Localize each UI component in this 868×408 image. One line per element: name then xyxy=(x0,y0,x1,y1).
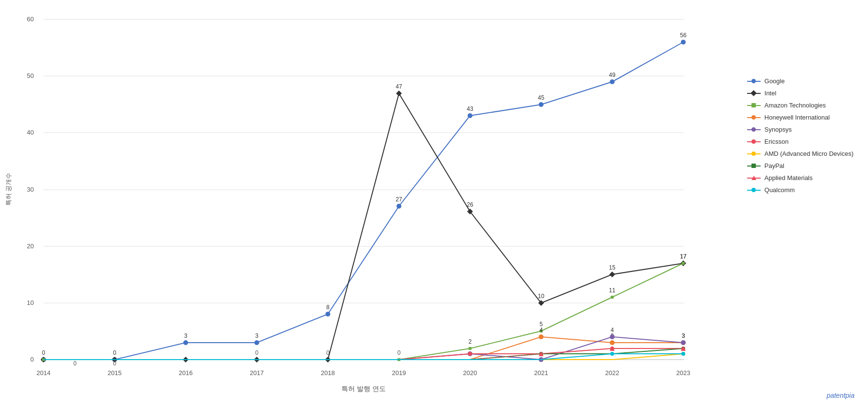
legend-item-intel: Intel xyxy=(747,90,853,97)
legend-label-qualcomm: Qualcomm xyxy=(765,186,795,194)
x-label-2023: 2023 xyxy=(677,369,691,377)
intel-marker-2022 xyxy=(609,272,615,277)
ericsson-marker-2020 xyxy=(468,352,472,356)
legend-label-amd: AMD (Advanced Micro Devices) xyxy=(765,150,853,157)
legend-label-honeywell: Honeywell International xyxy=(765,114,830,121)
google-line xyxy=(44,42,683,360)
intel-val-2019: 47 xyxy=(396,83,402,90)
y-axis-title: 특허 공개수 xyxy=(5,173,12,206)
legend-item-ericsson: Ericsson xyxy=(747,138,853,145)
amazon-marker-2023 xyxy=(682,262,685,265)
intel-0-2019-inner: 0 xyxy=(397,349,401,356)
google-val-2014: 0 xyxy=(42,349,45,356)
google-marker-2022 xyxy=(610,79,615,84)
legend-label-applied-materials: Applied Materials xyxy=(765,174,813,181)
legend-label-amazon: Amazon Technologies xyxy=(765,102,826,109)
google-marker-2018 xyxy=(325,312,330,317)
y-label-10: 10 xyxy=(27,299,34,306)
amazon-val-2022: 11 xyxy=(609,287,616,294)
google-val-2015: 0 xyxy=(113,349,117,356)
qualcomm-marker-2023 xyxy=(681,352,685,356)
honeywell-marker-2022 xyxy=(610,340,615,345)
label-0-2015: 0 xyxy=(113,360,117,367)
google-marker-2016 xyxy=(183,340,188,345)
y-label-60: 60 xyxy=(27,15,34,23)
legend-label-google: Google xyxy=(765,77,785,85)
x-label-2022: 2022 xyxy=(605,369,619,377)
label-0-2014: 0 xyxy=(74,360,77,367)
x-label-2021: 2021 xyxy=(534,369,548,377)
legend-item-synopsys: Synopsys xyxy=(747,126,853,133)
x-label-2016: 2016 xyxy=(179,369,193,377)
google-val-2016: 3 xyxy=(184,332,188,339)
google-val-2023: 56 xyxy=(680,32,687,39)
google-val-2017: 3 xyxy=(255,332,259,339)
chart-container: 60 50 40 30 20 10 0 특허 공개수 2014 2015 201… xyxy=(0,0,868,408)
intel-0-2017: 0 xyxy=(255,349,259,356)
y-label-50: 50 xyxy=(27,72,34,79)
google-marker-2017 xyxy=(254,340,259,345)
y-label-0: 0 xyxy=(30,356,34,363)
y-label-30: 30 xyxy=(27,186,34,193)
legend-label-intel: Intel xyxy=(765,90,777,97)
google-marker-2021 xyxy=(539,102,544,107)
amazon-marker-2022 xyxy=(611,296,614,299)
legend-item-applied-materials: Applied Materials xyxy=(747,174,853,181)
intel-line xyxy=(44,93,683,360)
x-label-2019: 2019 xyxy=(392,369,406,377)
synopsys-marker-2023 xyxy=(681,340,686,345)
intel-val-2020: 26 xyxy=(467,201,473,208)
google-val-2022: 49 xyxy=(609,72,616,78)
legend-label-paypal: PayPal xyxy=(765,162,784,169)
honeywell-marker-2021 xyxy=(539,334,544,339)
amazon-val-2023: 17 xyxy=(680,253,687,260)
legend-item-paypal: PayPal xyxy=(747,162,853,169)
google-val-2019: 27 xyxy=(396,196,402,203)
google-val-2021: 45 xyxy=(538,94,544,101)
synopsys-val-2022: 4 xyxy=(611,327,614,333)
google-marker-2023 xyxy=(681,40,686,45)
honeywell-val-2021: 4 xyxy=(540,327,543,333)
legend-item-amd: AMD (Advanced Micro Devices) xyxy=(747,150,853,157)
legend-item-amazon: Amazon Technologies xyxy=(747,102,853,109)
amazon-marker-2020 xyxy=(469,347,471,350)
intel-val-2021: 10 xyxy=(538,293,544,300)
y-label-40: 40 xyxy=(27,129,34,136)
intel-0-2018: 0 xyxy=(326,349,330,356)
branding-label: patentpia xyxy=(826,392,854,399)
google-marker-2019 xyxy=(397,204,401,209)
legend-label-synopsys: Synopsys xyxy=(765,126,792,133)
qualcomm-marker-2022 xyxy=(610,352,614,356)
google-val-2020: 43 xyxy=(467,106,473,112)
amazon-val-2020: 2 xyxy=(469,338,472,345)
legend-item-honeywell: Honeywell International xyxy=(747,114,853,121)
intel-marker-2019 xyxy=(396,91,402,96)
synopsys-val-2023: 3 xyxy=(682,332,685,339)
legend-item-qualcomm: Qualcomm xyxy=(747,186,853,194)
amd-line xyxy=(44,354,683,360)
legend: Google Intel Amazon Technologies Honeywe… xyxy=(747,77,853,194)
legend-label-ericsson: Ericsson xyxy=(765,138,789,145)
intel-val-2022: 15 xyxy=(609,264,616,271)
x-label-2018: 2018 xyxy=(321,369,335,377)
google-val-2018: 8 xyxy=(326,304,330,311)
x-axis-title: 특허 발행 연도 xyxy=(341,385,386,393)
x-label-2015: 2015 xyxy=(108,369,122,377)
legend-item-google: Google xyxy=(747,77,853,85)
y-label-20: 20 xyxy=(27,242,34,250)
x-label-2017: 2017 xyxy=(250,369,264,377)
synopsys-marker-2022 xyxy=(610,334,615,339)
line-chart: 60 50 40 30 20 10 0 특허 공개수 2014 2015 201… xyxy=(0,0,868,408)
x-label-2014: 2014 xyxy=(37,369,51,377)
google-marker-2020 xyxy=(468,113,472,118)
x-label-2020: 2020 xyxy=(463,369,477,377)
qualcomm-line xyxy=(44,354,683,360)
